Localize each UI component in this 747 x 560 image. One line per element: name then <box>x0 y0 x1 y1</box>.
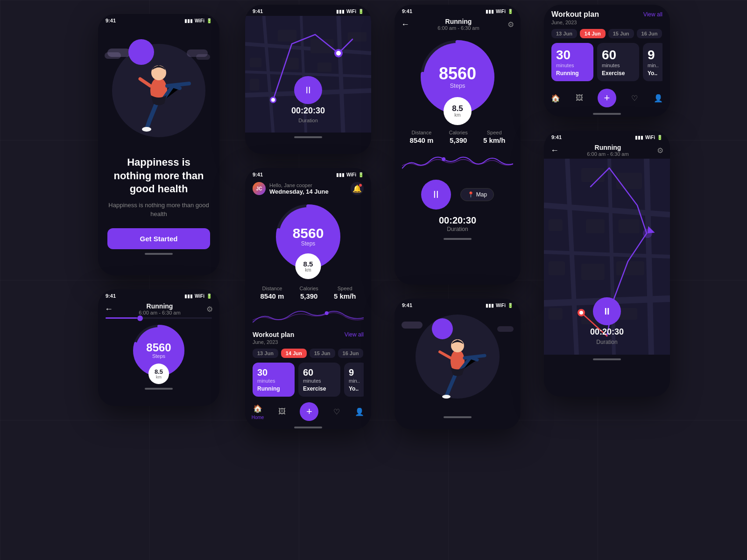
steps-label-3: Steps <box>301 240 316 247</box>
map-label-6: Map <box>476 191 487 198</box>
battery-icon-7: 🔋 <box>507 303 513 308</box>
phone-running-chart: 9:41 ▮▮▮ WiFi 🔋 ← Running 6:00 am - 6:30… <box>395 5 521 285</box>
notif-icon-3[interactable]: 🔔 <box>351 182 364 195</box>
pause-btn-8[interactable]: II <box>593 297 621 325</box>
gear-btn-5[interactable]: ⚙ <box>206 305 213 314</box>
phone-map-top: 9:41 ▮▮▮ WiFi 🔋 <box>245 5 371 154</box>
nav-fav-4[interactable]: ♡ <box>629 93 640 103</box>
wc-type-2-4: Exercise <box>602 70 634 77</box>
stat-dist-value: 8540 m <box>261 292 284 300</box>
nav-profile-3[interactable]: 👤 <box>354 406 365 417</box>
chart-area-3 <box>245 304 371 327</box>
wc-3-3: 9 min.. Yo.. <box>344 363 364 397</box>
status-icons-2: ▮▮▮ WiFi 🔋 <box>336 9 364 14</box>
back-btn-8[interactable]: ← <box>550 146 559 155</box>
wc-unit-3-4: min.. <box>648 63 662 68</box>
splash-subtitle: Happiness is nothing more than good heal… <box>107 201 210 219</box>
wifi-icon-6: WiFi <box>496 9 506 14</box>
signal-icon-2: ▮▮▮ <box>336 9 345 14</box>
steps-ring-3: 8560 Steps 8.5 km <box>273 202 343 272</box>
back-btn-6[interactable]: ← <box>401 20 409 29</box>
status-bar-7: 9:41 ▮▮▮ WiFi 🔋 <box>395 299 521 310</box>
svg-point-1 <box>151 65 166 80</box>
date-tab-16jun-3[interactable]: 16 Jun <box>338 349 364 358</box>
date-tab-13jun-4[interactable]: 13 Jun <box>551 29 577 38</box>
gear-btn-8[interactable]: ⚙ <box>657 146 663 155</box>
home-indicator-5 <box>145 388 173 390</box>
back-btn-5[interactable]: ← <box>105 304 113 314</box>
wc-unit-1: minutes <box>257 378 290 384</box>
wp-viewall-4[interactable]: View all <box>643 11 662 18</box>
nav-gallery-3[interactable]: 🖼 <box>277 406 287 417</box>
wc-unit-1-4: minutes <box>556 63 589 68</box>
nav-fav-3[interactable]: ♡ <box>331 406 342 417</box>
wc-type-1-4: Running <box>556 70 589 77</box>
svg-line-36 <box>647 159 651 355</box>
avatar-3: JC <box>253 182 266 195</box>
gear-btn-6[interactable]: ⚙ <box>507 20 514 29</box>
svg-rect-41 <box>619 219 640 233</box>
duration-2: 00:20:30 <box>291 106 325 116</box>
nav-home-3[interactable]: 🏠 Home <box>252 404 264 420</box>
wp-viewall-3[interactable]: View all <box>345 331 364 338</box>
stat-cal-label: Calories <box>299 286 318 291</box>
stat-spd-label: Speed <box>334 286 356 291</box>
wifi-icon-5: WiFi <box>195 294 204 299</box>
svg-rect-11 <box>278 30 296 42</box>
get-started-button[interactable]: Get Started <box>107 228 210 249</box>
stat-cal-value: 5,390 <box>299 292 318 300</box>
battery-icon: 🔋 <box>206 18 212 23</box>
wp-top-section: Workout plan View all June, 2023 13 Jun … <box>544 5 670 85</box>
signal-icon-7: ▮▮▮ <box>486 303 494 308</box>
wifi-icon-3: WiFi <box>346 172 356 177</box>
home-icon-4: 🏠 <box>550 93 561 103</box>
date-tabs-4: 13 Jun 14 Jun 15 Jun 16 Jun 17.. <box>551 29 662 38</box>
date-tab-14jun-3[interactable]: 14 Jun <box>281 349 307 358</box>
duration-8: 00:20:30 <box>590 327 624 337</box>
steps-main-3: 8560 Steps 8.5 km <box>245 197 371 272</box>
map-btn-6[interactable]: 📍 Map <box>460 188 494 201</box>
date-tab-14jun-4[interactable]: 14 Jun <box>580 29 606 38</box>
duration-sub-8: Duration <box>596 339 617 345</box>
pause-btn-2[interactable]: II <box>294 76 322 104</box>
battery-icon-8: 🔋 <box>657 135 662 140</box>
wc-unit-2: minutes <box>303 378 336 384</box>
date-tab-15jun-4[interactable]: 15 Jun <box>608 29 634 38</box>
status-bar-3: 9:41 ▮▮▮ WiFi 🔋 <box>245 168 371 179</box>
phone-map-tracking: 9:41 ▮▮▮ WiFi 🔋 ← Running 6:00 am - 6:30… <box>544 131 670 397</box>
steps-num-5: 8560 <box>146 342 171 353</box>
location-icon-6: 📍 <box>467 191 474 198</box>
running-header-6: ← Running 6:00 am - 6:30 am ⚙ <box>395 16 521 33</box>
time-1: 9:41 <box>106 18 116 23</box>
duration-val-6: 00:20:30 <box>395 215 521 226</box>
wc-mins-2: 60 <box>303 367 336 378</box>
home-indicator-1 <box>145 253 173 255</box>
stat-dist-label: Distance <box>261 286 284 291</box>
home-indicator-3 <box>294 427 322 428</box>
status-icons-1: ▮▮▮ WiFi 🔋 <box>184 18 212 23</box>
nav-home-4[interactable]: 🏠 <box>550 93 561 103</box>
status-icons-7: ▮▮▮ WiFi 🔋 <box>486 303 513 308</box>
phone-dashboard: 9:41 ▮▮▮ WiFi 🔋 JC Hello, Jane cooper We… <box>245 168 371 429</box>
status-icons-3: ▮▮▮ WiFi 🔋 <box>336 172 364 177</box>
stat-speed-3: Speed 5 km/h <box>334 286 356 300</box>
svg-line-31 <box>544 205 670 215</box>
pause-btn-6[interactable]: II <box>421 180 451 210</box>
steps-display-6: 8560 Steps 8.5 km <box>395 33 521 117</box>
date-tab-13jun-3[interactable]: 13 Jun <box>253 349 278 358</box>
wc-1-4: 30 minutes Running <box>551 43 593 81</box>
nav-profile-4[interactable]: 👤 <box>653 93 663 103</box>
map-area-2: II 00:20:30 Duration <box>245 16 371 133</box>
nav-gallery-4[interactable]: 🖼 <box>574 93 585 103</box>
time-7: 9:41 <box>402 302 412 308</box>
svg-point-49 <box>579 311 583 315</box>
running-header-8: ← Running 6:00 am - 6:30 am ⚙ <box>544 142 670 159</box>
run-time-6: 6:00 am - 6:30 am <box>437 25 479 31</box>
steps-display-5: 8560 Steps 8.5 km <box>98 319 219 378</box>
svg-rect-38 <box>616 173 642 189</box>
date-tab-15jun-3[interactable]: 15 Jun <box>310 349 335 358</box>
nav-add-btn-3[interactable]: + <box>300 402 318 421</box>
nav-add-btn-4[interactable]: + <box>598 89 616 107</box>
date-tab-16jun-4[interactable]: 16 Jun <box>637 29 662 38</box>
stat-spd-value: 5 km/h <box>334 292 356 300</box>
